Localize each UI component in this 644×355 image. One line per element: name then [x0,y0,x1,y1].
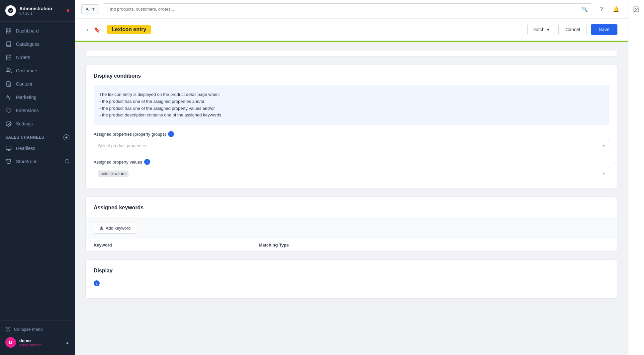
sidebar-item-headless[interactable]: Headless [0,142,75,155]
storefront-icon [5,158,12,165]
search-input[interactable] [107,7,582,12]
sidebar-label-orders: Orders [16,55,30,60]
add-sales-channel-button[interactable]: + [63,134,69,140]
content-scroll: Display conditions The lexicon entry is … [75,42,628,307]
page-header: ‹ 🔖 Lexicon entry Dutch ▾ Cancel Save [75,19,628,41]
sidebar-item-orders[interactable]: Orders [0,51,75,64]
property-values-field: Assigned property values i color > azure… [94,159,609,180]
sidebar-label-dashboard: Dashboard [16,28,39,34]
svg-point-14 [9,163,10,164]
svg-rect-2 [6,32,8,33]
sidebar-footer: Collapse menu D demo Administrator ▲ [0,320,75,355]
page-header-nav: ‹ 🔖 [85,25,102,34]
sidebar-item-customers[interactable]: Customers [0,64,75,77]
add-keyword-icon: ⊕ [99,225,104,231]
sidebar-label-marketing: Marketing [16,95,36,100]
image-placeholder-icon[interactable] [631,4,642,15]
user-name: demo [19,338,41,343]
right-panel [628,0,644,355]
info-line-4: - the product description contains one o… [99,112,603,119]
sidebar-item-content[interactable]: Content [0,77,75,91]
svg-point-5 [7,68,9,70]
keywords-area: ⊕ Add keyword [86,217,617,239]
app-name: Administration [19,6,63,11]
property-values-label: Assigned property values i [94,159,609,165]
display-section-content: i [94,280,609,290]
back-button[interactable]: ‹ [85,25,90,34]
bookmark-button[interactable]: 🔖 [92,25,102,34]
collapse-menu-button[interactable]: Collapse menu [5,324,69,334]
display-conditions-card: Display conditions The lexicon entry is … [85,65,617,188]
dashboard-icon [5,28,12,34]
display-section-title: Display [94,268,609,274]
keywords-section-title: Assigned keywords [94,205,609,211]
user-avatar: D [5,337,16,348]
collapse-label: Collapse menu [14,327,43,332]
property-values-select[interactable]: color > azure ▾ [94,167,609,180]
display-conditions-title: Display conditions [94,73,609,79]
sidebar-item-extensions[interactable]: Extensions [0,104,75,117]
property-values-chevron: ▾ [603,171,605,176]
catalogues-icon [5,41,12,47]
sales-channels-title: Sales Channels [5,135,44,140]
sidebar-label-settings: Settings [16,121,33,126]
search-bar: 🔍 [103,3,592,15]
display-conditions-body: Display conditions The lexicon entry is … [86,65,617,188]
sidebar-label-extensions: Extensions [16,108,39,113]
search-icon: 🔍 [582,6,588,12]
sidebar-label-headless: Headless [16,146,35,151]
display-card-body: Display i [86,260,617,298]
user-info: D demo Administrator ▲ [5,334,69,351]
language-selector[interactable]: Dutch ▾ [527,24,555,35]
cancel-button[interactable]: Cancel [558,24,587,35]
sidebar-item-marketing[interactable]: Marketing [0,91,75,104]
keywords-card: Assigned keywords ⊕ Add keyword Keyword … [85,196,617,251]
content-icon [5,81,12,87]
extensions-icon [5,107,12,114]
keyword-table-header: Keyword Matching Type [86,239,617,251]
keywords-card-body: Assigned keywords [86,197,617,211]
svg-point-9 [8,123,10,125]
topbar: All ▾ 🔍 ? 🔔 [75,0,628,19]
sidebar-label-catalogues: Catalogues [16,41,40,47]
settings-icon [5,120,12,127]
user-menu-chevron[interactable]: ▲ [65,340,69,345]
display-info-icon[interactable]: i [94,280,100,286]
page-header-actions: Dutch ▾ Cancel Save [527,24,617,35]
info-line-1: The lexicon entry is displayed on the pr… [99,91,603,98]
property-values-info-icon[interactable]: i [144,159,150,165]
properties-label: Assigned properties (property groups) i [94,131,609,137]
main-content: All ▾ 🔍 ? 🔔 ‹ 🔖 Lexicon entry Dutch ▾ Ca… [75,0,628,355]
sidebar-item-settings[interactable]: Settings [0,117,75,130]
notifications-button[interactable]: 🔔 [611,4,621,15]
properties-select[interactable]: Select product properties... ▾ [94,139,609,152]
sidebar-item-storefront[interactable]: Storefront [0,155,75,168]
orders-icon [5,54,12,61]
info-line-3: - the product has one of the assigned pr… [99,105,603,112]
display-conditions-info: The lexicon entry is displayed on the pr… [94,86,609,124]
user-details: demo Administrator [19,338,41,347]
help-button[interactable]: ? [596,4,607,15]
sidebar-item-catalogues[interactable]: Catalogues [0,37,75,51]
app-info: Administration 6.4.20.1 [19,6,63,15]
save-button[interactable]: Save [591,24,617,35]
headless-icon [5,145,12,152]
content-area: Display conditions The lexicon entry is … [75,42,628,355]
sales-channels-section: Sales Channels + [0,130,75,142]
info-line-2: - the product has one of the assigned pr… [99,98,603,105]
sidebar-label-storefront: Storefront [16,159,36,164]
sidebar-label-customers: Customers [16,68,39,73]
search-type-label: All [86,7,90,12]
add-keyword-button[interactable]: ⊕ Add keyword [94,223,136,234]
storefront-visibility-icon [65,159,69,165]
sidebar-label-content: Content [16,81,32,87]
search-type-button[interactable]: All ▾ [81,4,99,14]
svg-rect-10 [6,146,11,150]
display-info-row: i [94,280,609,286]
properties-info-icon[interactable]: i [168,131,174,137]
user-role: Administrator [19,343,41,347]
svg-rect-1 [9,29,11,30]
property-value-tag: color > azure [98,171,129,177]
svg-point-18 [6,327,10,331]
sidebar-item-dashboard[interactable]: Dashboard [0,24,75,37]
